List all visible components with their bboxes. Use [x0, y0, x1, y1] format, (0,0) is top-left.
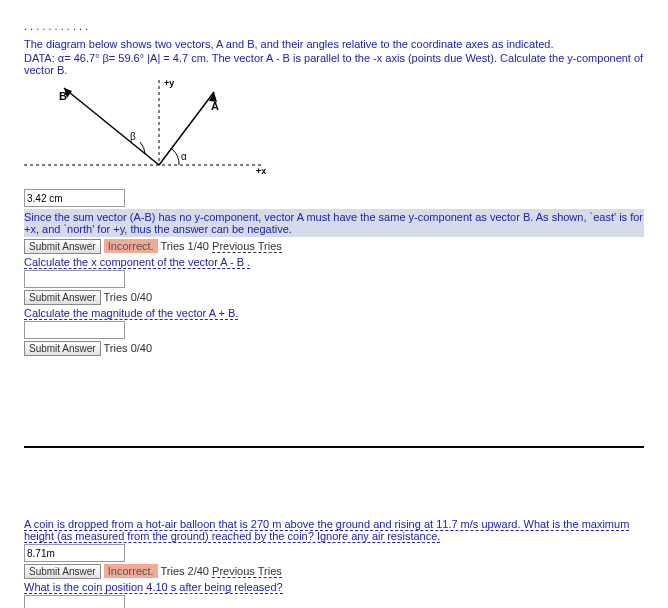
p2-answer2-input[interactable] — [24, 595, 125, 608]
p1-intro: The diagram below shows two vectors, A a… — [24, 38, 644, 50]
p2-intro: A coin is dropped from a hot-air balloon… — [24, 518, 629, 543]
x-axis-label: +x — [256, 166, 266, 176]
p2-incorrect1-badge: Incorrect. — [104, 564, 158, 578]
p2-answer1-input[interactable] — [24, 544, 125, 562]
p1-q3: Calculate the magnitude of the vector A … — [24, 307, 238, 320]
p1-submit3-button[interactable]: Submit Answer — [24, 341, 101, 356]
p1-prev-tries1-link[interactable]: Previous Tries — [212, 240, 282, 253]
p2-prev-tries1-link[interactable]: Previous Tries — [212, 565, 282, 578]
vector-diagram: +y +x A B α β — [24, 80, 274, 185]
beta-label: β — [130, 131, 136, 142]
vector-a-label: A — [211, 100, 219, 112]
p1-data: DATA: α= 46.7° β= 59.6° |A| = 4.7 cm. Th… — [24, 52, 644, 76]
p2-q2: What is the coin position 4.10 s after b… — [24, 581, 283, 594]
vector-b-label: B — [59, 90, 67, 102]
p1-submit1-button[interactable]: Submit Answer — [24, 239, 101, 254]
p1-feedback: Since the sum vector (A-B) has no y-comp… — [24, 209, 644, 237]
p1-answer2-input[interactable] — [24, 270, 125, 288]
p1-incorrect1-badge: Incorrect. — [104, 239, 158, 253]
p1-tries1: Tries 1/40 — [160, 240, 209, 252]
partial-top-text: . . . . . . . . . . . — [24, 20, 644, 32]
p1-answer1-input[interactable] — [24, 189, 125, 207]
p1-submit2-button[interactable]: Submit Answer — [24, 290, 101, 305]
alpha-label: α — [181, 151, 187, 162]
p2-tries1: Tries 2/40 — [160, 565, 209, 577]
p1-answer3-input[interactable] — [24, 321, 125, 339]
p2-submit1-button[interactable]: Submit Answer — [24, 564, 101, 579]
p1-tries3: Tries 0/40 — [104, 342, 153, 354]
p1-tries2: Tries 0/40 — [104, 291, 153, 303]
y-axis-label: +y — [164, 80, 174, 88]
problem-divider — [24, 446, 644, 448]
p1-data-text: DATA: α= 46.7° β= 59.6° |A| = 4.7 cm. Th… — [24, 52, 643, 76]
p1-q2: Calculate the x component of the vector … — [24, 256, 250, 269]
